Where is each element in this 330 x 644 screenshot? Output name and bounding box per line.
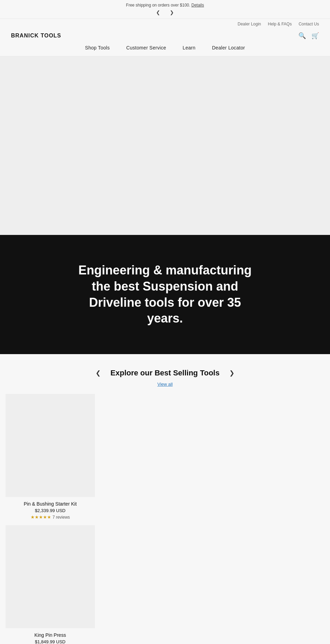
utility-nav: Dealer Login Help & FAQs Contact Us: [0, 19, 330, 29]
product-stars-1: ★★★★★: [31, 515, 51, 520]
product-card-1[interactable]: Pin & Bushing Starter Kit $2,339.99 USD …: [6, 394, 324, 525]
dark-banner-headline: Engineering & manufacturing the best Sus…: [76, 262, 254, 327]
section-title: Explore our Best Selling Tools: [110, 369, 219, 377]
best-selling-section: ❮ Explore our Best Selling Tools ❯ View …: [0, 354, 330, 644]
product-card-2[interactable]: King Pin Press $1,849.99 USD ★★★★★ 15 re…: [6, 525, 324, 644]
product-info-2: King Pin Press $1,849.99 USD ★★★★★ 15 re…: [6, 632, 95, 644]
announcement-prev-button[interactable]: ❮: [154, 9, 162, 16]
section-header: ❮ Explore our Best Selling Tools ❯: [6, 368, 324, 378]
announcement-text: Free shipping on orders over $100.: [126, 3, 190, 8]
product-price-2: $1,849.99 USD: [8, 639, 92, 644]
announcement-link[interactable]: Details: [191, 3, 204, 8]
product-info-1: Pin & Bushing Starter Kit $2,339.99 USD …: [6, 501, 95, 520]
header: BRANICK TOOLS 🔍 🛒: [0, 29, 330, 39]
announcement-next-button[interactable]: ❯: [168, 9, 176, 16]
search-icon[interactable]: 🔍: [298, 32, 306, 39]
product-image-1: [6, 394, 95, 497]
products-grid: Pin & Bushing Starter Kit $2,339.99 USD …: [6, 394, 324, 644]
product-name-2: King Pin Press: [8, 632, 92, 638]
utility-nav-help-faqs[interactable]: Help & FAQs: [268, 22, 292, 26]
view-all-container: View all: [6, 381, 324, 387]
utility-nav-contact-us[interactable]: Contact Us: [299, 22, 319, 26]
announcement-bar: Free shipping on orders over $100. Detai…: [0, 0, 330, 19]
hero-section: [0, 56, 330, 235]
header-right: 🔍 🛒: [298, 32, 319, 39]
nav-customer-service[interactable]: Customer Service: [126, 45, 166, 50]
logo-area: BRANICK TOOLS: [11, 33, 61, 39]
product-name-1: Pin & Bushing Starter Kit: [8, 501, 92, 507]
section-prev-button[interactable]: ❮: [93, 368, 103, 378]
nav-learn[interactable]: Learn: [183, 45, 195, 50]
view-all-link[interactable]: View all: [157, 382, 173, 387]
product-reviews-1: 7 reviews: [53, 515, 70, 520]
dark-banner: Engineering & manufacturing the best Sus…: [0, 235, 330, 354]
product-price-1: $2,339.99 USD: [8, 508, 92, 513]
nav-shop-tools[interactable]: Shop Tools: [85, 45, 110, 50]
announcement-nav: ❮ ❯: [6, 9, 324, 16]
product-rating-1: ★★★★★ 7 reviews: [8, 515, 92, 520]
main-nav: Shop Tools Customer Service Learn Dealer…: [0, 39, 330, 56]
product-image-2: [6, 525, 95, 628]
cart-icon[interactable]: 🛒: [311, 32, 319, 39]
section-next-button[interactable]: ❯: [227, 368, 237, 378]
utility-nav-dealer-login[interactable]: Dealer Login: [238, 22, 261, 26]
logo-brand-name: BRANICK TOOLS: [11, 33, 61, 39]
nav-dealer-locator[interactable]: Dealer Locator: [212, 45, 245, 50]
